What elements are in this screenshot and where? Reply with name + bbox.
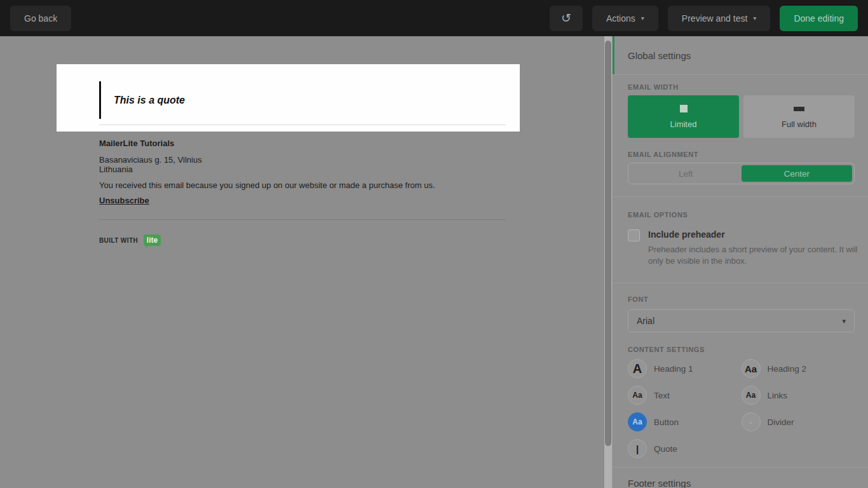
chevron-down-icon: ▾ [842,318,846,325]
font-label: FONT [628,295,855,303]
editor-main: This is a quote MailerLite Tutorials Bas… [0,36,868,488]
content-setting-divider[interactable]: - Divider [742,412,855,431]
email-alignment-label: EMAIL ALIGNMENT [628,151,855,158]
go-back-label: Go back [24,13,57,24]
full-width-label: Full width [782,119,817,129]
heading2-icon: Aa [742,359,761,378]
font-dropdown[interactable]: Arial ▾ [628,309,855,332]
footer-divider [99,219,506,220]
email-width-label: EMAIL WIDTH [628,83,855,91]
button-icon: Aa [628,412,647,431]
font-selected-value: Arial [637,316,654,326]
include-preheader-row: Include preheader Preheader includes a s… [628,229,855,267]
section-divider [613,196,868,197]
heading1-label: Heading 1 [654,364,693,374]
email-width-full-button[interactable]: Full width [743,95,855,138]
quote-text: This is a quote [114,95,185,106]
footer-settings-header[interactable]: Footer settings [613,468,868,488]
links-icon: Aa [742,386,761,405]
content-divider [99,125,506,125]
include-preheader-label: Include preheader [648,229,859,240]
include-preheader-checkbox[interactable] [628,229,640,241]
content-setting-heading2[interactable]: Aa Heading 2 [742,359,855,378]
quote-label: Quote [654,444,677,454]
quote-icon: | [628,439,647,458]
actions-label: Actions [606,13,635,24]
limited-label: Limited [670,119,697,129]
text-label: Text [654,391,670,400]
built-with-label: BUILT WITH [99,236,138,245]
full-width-icon [794,107,804,111]
unsubscribe-link[interactable]: Unsubscribe [99,196,149,205]
align-center-option[interactable]: Center [742,165,853,182]
preview-and-test-button[interactable]: Preview and test ▾ [668,6,771,31]
divider-label: Divider [768,417,794,427]
scrollbar-thumb[interactable] [605,41,611,446]
preview-label: Preview and test [682,13,748,24]
button-label: Button [654,417,679,427]
content-setting-text[interactable]: Aa Text [628,386,742,405]
done-editing-label: Done editing [794,13,844,24]
email-canvas: This is a quote MailerLite Tutorials Bas… [0,36,604,488]
footer-address-line1: Basanaviciaus g. 15, Vilnius [99,155,506,165]
content-settings-label: CONTENT SETTINGS [628,346,855,353]
done-editing-button[interactable]: Done editing [780,6,858,31]
text-icon: Aa [628,386,647,405]
content-setting-heading1[interactable]: A Heading 1 [628,359,742,378]
email-footer-block[interactable]: MailerLite Tutorials Basanaviciaus g. 15… [99,139,506,246]
mailerlite-logo[interactable]: lite [144,234,161,246]
footer-address-line2: Lithuania [99,165,506,174]
global-settings-header: Global settings [613,36,868,75]
limited-width-icon [680,105,688,112]
email-options-label: EMAIL OPTIONS [628,211,855,219]
built-with-row: BUILT WITH lite [99,234,506,246]
section-divider [613,283,868,283]
history-icon: ↺ [561,11,571,25]
chevron-down-icon: ▾ [753,15,756,22]
heading1-icon: A [628,359,647,378]
chevron-down-icon: ▾ [641,15,644,22]
content-settings-grid: A Heading 1 Aa Heading 2 Aa Text Aa Link… [628,359,855,458]
footer-permission-text: You received this email because you sign… [99,180,506,190]
sidebar-body: EMAIL WIDTH Limited Full width EMAIL ALI… [613,83,868,184]
content-setting-links[interactable]: Aa Links [742,386,855,405]
toolbar-right-group: ↺ Actions ▾ Preview and test ▾ Done edit… [550,6,858,31]
content-setting-button[interactable]: Aa Button [628,412,742,431]
settings-sidebar: Global settings EMAIL WIDTH Limited Full… [612,36,868,488]
align-left-option[interactable]: Left [630,165,742,182]
preheader-description: Preheader includes a short preview of yo… [648,244,859,267]
actions-button[interactable]: Actions ▾ [592,6,658,31]
align-center-label: Center [783,169,810,179]
email-width-limited-button[interactable]: Limited [628,95,739,138]
history-button[interactable]: ↺ [550,6,583,31]
sidebar-scrollbar[interactable] [604,36,612,488]
content-setting-quote[interactable]: | Quote [628,439,742,458]
email-width-toggle: Limited Full width [628,95,855,138]
divider-icon: - [742,412,761,431]
global-settings-title: Global settings [628,50,691,61]
email-body-card[interactable]: This is a quote [57,64,520,132]
go-back-button[interactable]: Go back [10,6,71,31]
quote-block[interactable]: This is a quote [99,81,185,119]
links-label: Links [768,391,788,400]
footer-settings-title: Footer settings [628,478,691,488]
footer-company-name: MailerLite Tutorials [99,139,506,148]
email-alignment-toggle: Left Center [628,163,855,184]
top-toolbar: Go back ↺ Actions ▾ Preview and test ▾ D… [0,0,868,36]
align-left-label: Left [679,169,693,179]
heading2-label: Heading 2 [768,364,807,374]
